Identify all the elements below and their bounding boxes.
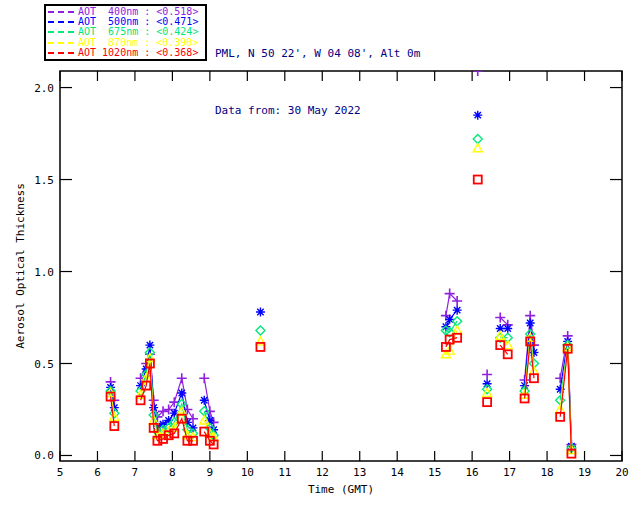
marker-asterisk <box>177 388 186 397</box>
aot-timeseries-screenshot: 5678910111213141516171819200.00.51.01.52… <box>0 0 640 512</box>
marker-asterisk <box>256 307 265 316</box>
legend-row-s1020: AOT 1020nm : <0.368> <box>48 48 203 58</box>
marker-asterisk <box>473 111 482 120</box>
marker-diamond <box>453 317 462 326</box>
legend-line-sample <box>48 21 74 23</box>
marker-asterisk <box>526 319 535 328</box>
marker-diamond <box>473 135 482 144</box>
legend-label: AOT 675nm : <0.424> <box>78 27 198 37</box>
marker-square <box>483 398 491 406</box>
y-tick-label: 1.5 <box>34 174 54 187</box>
x-tick-label: 5 <box>57 466 64 479</box>
x-tick-label: 10 <box>241 466 254 479</box>
marker-square <box>137 396 145 404</box>
y-tick-label: 1.0 <box>34 266 54 279</box>
x-tick-label: 7 <box>132 466 139 479</box>
legend-row-s675: AOT 675nm : <0.424> <box>48 27 203 37</box>
marker-plus <box>473 66 483 76</box>
x-tick-label: 11 <box>278 466 291 479</box>
x-tick-label: 13 <box>353 466 366 479</box>
series-line-s1020 <box>560 349 571 454</box>
marker-plus <box>199 373 209 383</box>
y-tick-label: 0.5 <box>34 358 54 371</box>
legend-box: AOT 400nm : <0.518>AOT 500nm : <0.471>AO… <box>44 4 207 61</box>
station-location-text: PML, N 50 22', W 04 08', Alt 0m <box>215 44 420 63</box>
x-tick-label: 12 <box>316 466 329 479</box>
marker-asterisk <box>483 379 492 388</box>
x-tick-label: 19 <box>578 466 591 479</box>
marker-square <box>256 343 264 351</box>
data-date-text: Data from: 30 May 2022 <box>215 101 420 120</box>
marker-asterisk <box>200 396 209 405</box>
marker-asterisk <box>453 306 462 315</box>
marker-triangle <box>453 326 462 334</box>
x-tick-label: 14 <box>391 466 405 479</box>
marker-plus <box>482 370 492 380</box>
y-axis-title: Aerosol Optical Thickness <box>14 183 27 349</box>
y-tick-label: 2.0 <box>34 82 54 95</box>
legend-line-sample <box>48 31 74 33</box>
x-tick-label: 9 <box>207 466 214 479</box>
x-tick-label: 8 <box>169 466 176 479</box>
x-tick-label: 17 <box>503 466 516 479</box>
marker-asterisk <box>503 324 512 333</box>
legend-line-sample <box>48 11 74 13</box>
series-line-s400 <box>500 318 508 325</box>
marker-asterisk <box>445 315 454 324</box>
legend-line-sample <box>48 52 74 54</box>
marker-plus <box>177 373 187 383</box>
marker-triangle <box>473 144 482 152</box>
y-tick-label: 0.0 <box>34 449 54 462</box>
x-tick-label: 20 <box>615 466 628 479</box>
plot-header: PML, N 50 22', W 04 08', Alt 0m Data fro… <box>215 6 420 158</box>
marker-square <box>474 176 482 184</box>
x-tick-label: 18 <box>540 466 553 479</box>
x-tick-label: 6 <box>94 466 101 479</box>
x-tick-label: 16 <box>466 466 479 479</box>
x-tick-label: 15 <box>428 466 441 479</box>
x-axis-title: Time (GMT) <box>308 483 374 496</box>
marker-diamond <box>256 326 265 335</box>
legend-line-sample <box>48 42 74 44</box>
legend-label: AOT 1020nm : <0.368> <box>78 48 198 58</box>
